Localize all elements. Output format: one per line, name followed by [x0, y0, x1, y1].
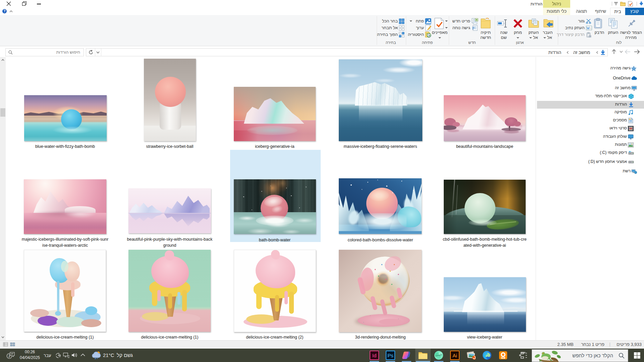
svg-text:PDF: PDF [502, 357, 505, 359]
